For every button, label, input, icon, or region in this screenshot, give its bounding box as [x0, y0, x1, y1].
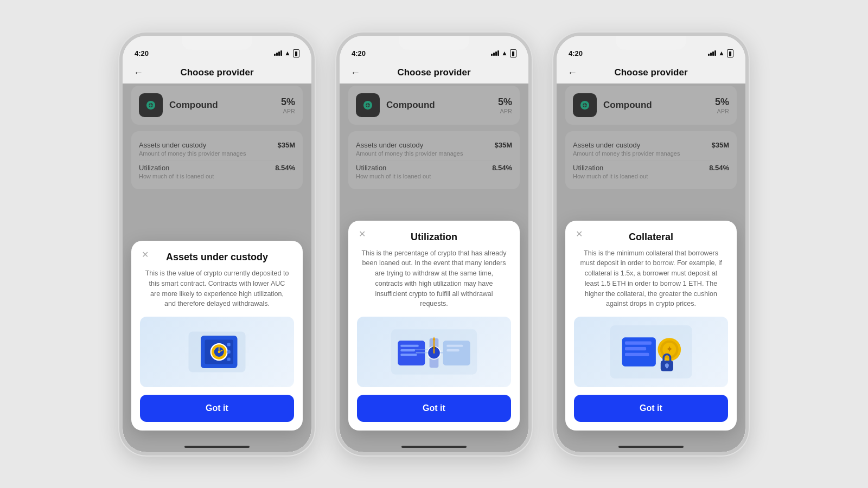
modal-image-1: [140, 317, 294, 387]
app-header-3: ← Choose provider: [557, 60, 745, 86]
phone-screen-1: 4:20 ▲ ▮ ← Choo: [123, 36, 311, 452]
phone-shell-3: 4:20 ▲ ▮ ← Choo: [553, 33, 749, 455]
svg-point-7: [218, 351, 221, 354]
status-time-3: 4:20: [569, 49, 583, 57]
modal-desc-2: This is the percentage of crypto that ha…: [348, 248, 520, 317]
home-bar-3: [618, 446, 684, 448]
modal-got-it-btn-2[interactable]: Got it: [357, 395, 511, 422]
notch-2: [399, 36, 469, 50]
header-title-1: Choose provider: [180, 67, 253, 78]
modal-1: ✕ Assets under custody This is the value…: [131, 241, 303, 431]
svg-rect-9: [227, 343, 231, 346]
phone-1: 4:20 ▲ ▮ ← Choo: [119, 33, 315, 455]
svg-rect-17: [446, 345, 463, 347]
modal-close-1[interactable]: ✕: [139, 248, 151, 260]
app-content-3: ← Choose provider Compound: [557, 60, 745, 452]
svg-rect-15: [400, 354, 417, 356]
header-title-2: Choose provider: [397, 67, 470, 78]
back-button-2[interactable]: ←: [350, 67, 360, 79]
modal-close-3[interactable]: ✕: [573, 228, 585, 240]
signal-icon-3: [708, 50, 716, 56]
phone-shell-1: 4:20 ▲ ▮ ← Choo: [119, 33, 315, 455]
svg-rect-31: [625, 353, 649, 356]
status-icons-2: ▲ ▮: [491, 49, 516, 57]
status-icons-1: ▲ ▮: [274, 49, 299, 57]
phone-screen-3: 4:20 ▲ ▮ ← Choo: [557, 36, 745, 452]
phones-container: 4:20 ▲ ▮ ← Choo: [119, 33, 749, 455]
app-header-1: ← Choose provider: [123, 60, 311, 86]
svg-rect-13: [400, 345, 418, 347]
svg-rect-29: [625, 341, 652, 344]
modal-desc-3: This is the minimum collateral that borr…: [565, 248, 737, 317]
back-button-3[interactable]: ←: [567, 67, 577, 79]
battery-icon-2: ▮: [510, 49, 516, 57]
status-time-2: 4:20: [352, 49, 366, 57]
modal-2: ✕ Utilization This is the percentage of …: [348, 221, 520, 431]
modal-got-it-btn-3[interactable]: Got it: [574, 395, 728, 422]
header-title-3: Choose provider: [614, 67, 687, 78]
home-bar-1: [184, 446, 250, 448]
status-icons-3: ▲ ▮: [708, 49, 733, 57]
battery-icon-1: ▮: [293, 49, 299, 57]
modal-image-3: ✦: [574, 317, 728, 387]
modal-desc-1: This is the value of crypto currently de…: [131, 268, 303, 317]
phone-shell-2: 4:20 ▲ ▮ ← Choo: [336, 33, 532, 455]
wifi-icon-3: ▲: [718, 49, 725, 57]
svg-rect-10: [227, 358, 231, 361]
svg-text:✦: ✦: [666, 345, 673, 354]
home-bar-2: [401, 446, 467, 448]
signal-icon-1: [274, 50, 282, 56]
phone-2: 4:20 ▲ ▮ ← Choo: [336, 33, 532, 455]
app-content-2: ← Choose provider Compound: [340, 60, 528, 452]
phone-screen-2: 4:20 ▲ ▮ ← Choo: [340, 36, 528, 452]
svg-rect-16: [443, 341, 470, 365]
app-content-1: ← Choose provider Compound: [123, 60, 311, 452]
svg-rect-18: [446, 349, 459, 351]
modal-close-2[interactable]: ✕: [356, 228, 368, 240]
wifi-icon-2: ▲: [501, 49, 508, 57]
notch-3: [616, 36, 686, 50]
svg-rect-30: [625, 347, 646, 350]
back-button-1[interactable]: ←: [133, 67, 143, 79]
battery-icon-3: ▮: [727, 49, 733, 57]
signal-icon-2: [491, 50, 499, 56]
notch-1: [182, 36, 252, 50]
svg-rect-8: [227, 350, 231, 354]
svg-rect-38: [666, 365, 668, 368]
modal-got-it-btn-1[interactable]: Got it: [140, 395, 294, 422]
modal-title-1: Assets under custody: [131, 241, 303, 268]
app-header-2: ← Choose provider: [340, 60, 528, 86]
svg-rect-14: [400, 349, 415, 351]
phone-3: 4:20 ▲ ▮ ← Choo: [553, 33, 749, 455]
modal-image-2: [357, 317, 511, 387]
status-time-1: 4:20: [135, 49, 149, 57]
modal-title-3: Collateral: [565, 221, 737, 248]
modal-3: ✕ Collateral This is the minimum collate…: [565, 221, 737, 431]
wifi-icon-1: ▲: [284, 49, 291, 57]
modal-title-2: Utilization: [348, 221, 520, 248]
